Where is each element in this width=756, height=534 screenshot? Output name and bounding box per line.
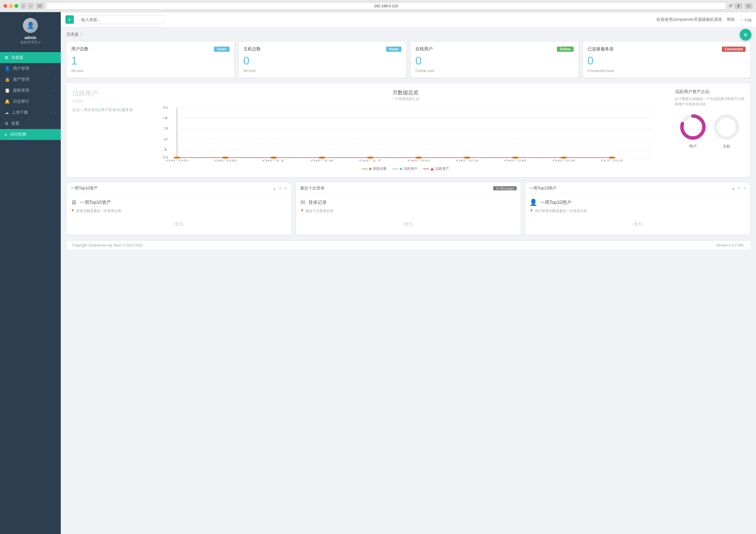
breadcrumb-home[interactable]: 仪表盘 [67, 32, 79, 37]
sidebar-item-label: 日志审计 [13, 99, 29, 104]
new-tab-button[interactable]: ⊡ [745, 3, 752, 9]
chart-center-panel: 月数据总览 一个月内历史汇总 [142, 89, 669, 171]
close-button[interactable] [4, 4, 7, 8]
share-button[interactable]: ⬆ [735, 3, 742, 9]
sidebar-role[interactable]: 超级管理员 ▾ [20, 40, 40, 45]
svg-text:3: 3 [163, 127, 169, 131]
sidebar-username: admin [24, 35, 36, 40]
widget-body-assets: 🖥 一周Top10资产 📍 登录次数及最近一次登录记录. （暂无） [67, 194, 291, 235]
stat-number-hosts: 0 [243, 55, 402, 66]
charts-section: 活跃用户 TOP5 过去一周共有0位用户登录0次服务器. 月数据总览 一个月内历… [67, 83, 750, 177]
sidebar-item-label: 用户管理 [13, 66, 29, 71]
website-icon: ≡ [5, 132, 7, 137]
search-input[interactable] [77, 15, 164, 24]
sidebar-item-upload-dl[interactable]: ☁ 上传下载 › [0, 107, 61, 118]
chart-left-panel: 活跃用户 TOP5 过去一周共有0位用户登录0次服务器. [72, 89, 136, 171]
close-icon[interactable]: ✕ [743, 186, 746, 191]
sidebar-item-dashboard[interactable]: ⊞ 仪表盘 [0, 52, 61, 63]
audit-log-icon: 🔔 [5, 99, 10, 104]
footer-version: Version 0.3.2 GPL [716, 243, 744, 247]
sidebar-item-auth-mgmt[interactable]: 📋 授权管理 › [0, 85, 61, 96]
chevron-right-icon: › [55, 89, 56, 92]
stat-number-connected: 0 [587, 55, 746, 66]
widget-assets-sub-text: 登录次数及最近一次登录记录. [76, 209, 122, 214]
legend-label-active-assets: 活跃资产 [435, 166, 449, 171]
svg-text:06-26: 06-26 [504, 159, 527, 162]
asset-mgmt-icon: 🔒 [5, 77, 10, 82]
sidebar-item-label: 访问官网 [10, 132, 26, 137]
widget-title-users: 一周Top10用户 [529, 186, 556, 191]
avatar-image: 👤 [23, 18, 38, 33]
svg-text:06-29: 06-29 [553, 159, 575, 162]
host-donut-wrap: 主机 [712, 113, 741, 149]
page-footer: Copyright Jumpserver.org Team © 2014-201… [67, 241, 750, 250]
edit-icon[interactable]: ✎ [738, 186, 741, 191]
logout-link[interactable]: → Log [740, 17, 751, 22]
menu-toggle-button[interactable]: ≡ [66, 15, 74, 24]
widget-logins-empty: （暂无） [300, 218, 517, 230]
welcome-text: 欢迎使用Jumpserver开源跳板机系统 [657, 17, 722, 22]
fab-button[interactable]: ⚙ [740, 29, 751, 40]
svg-text:06-11: 06-11 [262, 159, 285, 162]
widget-title-logins: 最近十次登录 [300, 186, 324, 191]
stat-title-connected: 已连接服务器 [587, 46, 614, 52]
stat-title-users: 用户总数 [71, 46, 89, 52]
widget-recent-logins: 最近十次登录 10 Messages ✉ 登录记录 📍 最近十次登录记录. [296, 183, 521, 235]
collapse-icon[interactable]: ▲ [731, 186, 735, 191]
chart-title: 月数据总览 [142, 89, 669, 96]
host-donut-label: 主机 [723, 144, 730, 149]
minimize-button[interactable] [9, 4, 13, 8]
dashboard-icon: ⊞ [5, 55, 8, 60]
svg-text:4: 4 [163, 116, 169, 120]
sidebar-item-settings[interactable]: ⚙ 设置 [0, 118, 61, 129]
sidebar-item-label: 仪表盘 [11, 55, 23, 60]
chevron-right-icon: › [55, 111, 56, 114]
sidebar-nav: ⊞ 仪表盘 👤 用户管理 › 🔒 资产管理 › 📋 [0, 50, 61, 534]
stat-card-hosts: 主机总数 Hosts 0 All host [239, 42, 406, 78]
svg-text:0: 0 [163, 156, 169, 159]
donut-chart-title: 活跃用户资产占比 [675, 89, 744, 94]
close-icon[interactable]: ✕ [284, 186, 287, 191]
widget-actions-users[interactable]: ▲ ✎ ✕ [731, 186, 746, 191]
user-mgmt-icon: 👤 [5, 66, 10, 71]
reload-icon[interactable]: ↺ [728, 3, 732, 9]
stat-card-users: 用户总数 Users 1 All user [67, 42, 234, 78]
traffic-lights [4, 4, 18, 8]
sidebar-item-asset-mgmt[interactable]: 🔒 资产管理 › [0, 74, 61, 85]
user-donut-label: 用户 [689, 144, 697, 149]
auth-mgmt-icon: 📋 [5, 88, 10, 93]
widget-assets-empty: （暂无） [70, 218, 287, 230]
sidebar-item-audit-log[interactable]: 🔔 日志审计 [0, 96, 61, 107]
url-bar[interactable]: 192.168.0.115 [46, 2, 726, 10]
widget-users-empty: （暂无） [529, 218, 746, 230]
location-icon: 📍 [70, 209, 75, 213]
stat-label-connected: Connected host [587, 68, 746, 73]
stat-label-online: Online user [415, 68, 574, 73]
sidebar: 👤 admin 超级管理员 ▾ ⊞ 仪表盘 👤 用户管理 › [0, 12, 61, 534]
reader-mode-button[interactable]: ⊡ [36, 3, 44, 9]
widget-logins-main-title: 登录记录 [308, 200, 327, 206]
forward-button[interactable]: › [28, 3, 33, 9]
logout-icon: → [740, 17, 743, 22]
chart-right-panel: 活跃用户资产占比 以下图形分别描述一个月活跃用户和资产占所有用户主机的百分比 用… [675, 89, 744, 171]
avatar: 👤 [23, 18, 38, 33]
topbar: ≡ 欢迎使用Jumpserver开源跳板机系统 帮助 → Log [61, 12, 756, 27]
widget-users-main-title: 一周Top10用户 [540, 200, 571, 206]
sidebar-item-website[interactable]: ≡ 访问官网 [0, 129, 61, 140]
browser-nav-buttons: ‹ › [20, 3, 34, 9]
footer-copyright: Copyright Jumpserver.org Team © 2014-201… [72, 243, 143, 247]
chevron-right-icon: › [55, 78, 56, 81]
help-link[interactable]: 帮助 [727, 17, 735, 22]
widget-actions-logins[interactable]: 10 Messages [493, 186, 517, 191]
app-container: 👤 admin 超级管理员 ▾ ⊞ 仪表盘 👤 用户管理 › [0, 12, 756, 534]
maximize-button[interactable] [14, 4, 18, 8]
widget-top10-assets: 一周Top10资产 ▲ ✎ ✕ 🖥 一周Top10资产 [67, 183, 291, 235]
back-button[interactable]: ‹ [20, 3, 26, 9]
sidebar-item-label: 资产管理 [13, 77, 29, 82]
widget-actions-assets[interactable]: ▲ ✎ ✕ [273, 186, 287, 191]
sidebar-item-user-mgmt[interactable]: 👤 用户管理 › [0, 63, 61, 74]
stat-label-users: All user [71, 68, 230, 73]
edit-icon[interactable]: ✎ [279, 186, 282, 191]
legend-label-login: 登陆次数 [373, 166, 387, 171]
collapse-icon[interactable]: ▲ [273, 186, 276, 191]
